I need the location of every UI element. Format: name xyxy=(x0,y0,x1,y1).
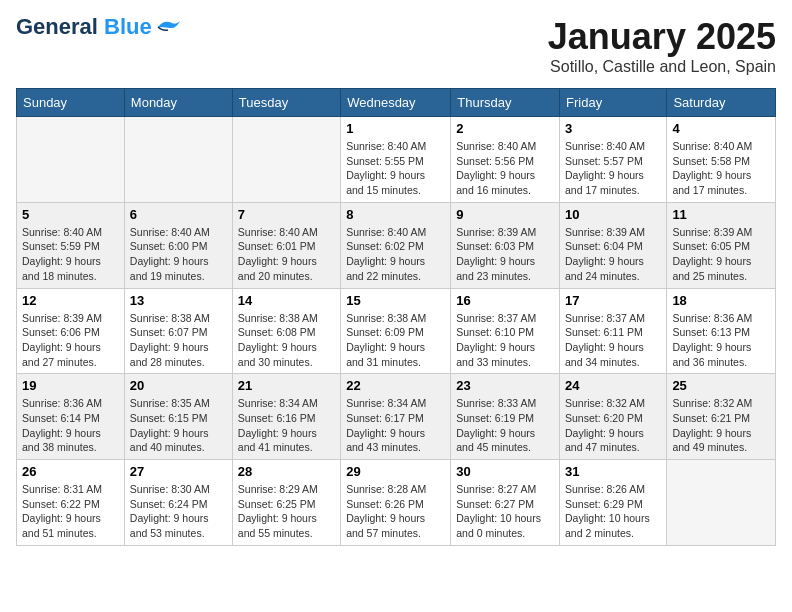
calendar-cell: 19Sunrise: 8:36 AM Sunset: 6:14 PM Dayli… xyxy=(17,374,125,460)
calendar-cell: 10Sunrise: 8:39 AM Sunset: 6:04 PM Dayli… xyxy=(560,202,667,288)
calendar-cell: 16Sunrise: 8:37 AM Sunset: 6:10 PM Dayli… xyxy=(451,288,560,374)
calendar-cell: 6Sunrise: 8:40 AM Sunset: 6:00 PM Daylig… xyxy=(124,202,232,288)
calendar-week-row: 1Sunrise: 8:40 AM Sunset: 5:55 PM Daylig… xyxy=(17,117,776,203)
day-number: 29 xyxy=(346,464,445,479)
weekday-header-row: SundayMondayTuesdayWednesdayThursdayFrid… xyxy=(17,89,776,117)
day-info: Sunrise: 8:34 AM Sunset: 6:17 PM Dayligh… xyxy=(346,396,445,455)
day-number: 12 xyxy=(22,293,119,308)
calendar-cell: 8Sunrise: 8:40 AM Sunset: 6:02 PM Daylig… xyxy=(341,202,451,288)
calendar-cell: 3Sunrise: 8:40 AM Sunset: 5:57 PM Daylig… xyxy=(560,117,667,203)
day-number: 15 xyxy=(346,293,445,308)
day-info: Sunrise: 8:31 AM Sunset: 6:22 PM Dayligh… xyxy=(22,482,119,541)
day-info: Sunrise: 8:37 AM Sunset: 6:10 PM Dayligh… xyxy=(456,311,554,370)
calendar-cell: 7Sunrise: 8:40 AM Sunset: 6:01 PM Daylig… xyxy=(232,202,340,288)
day-info: Sunrise: 8:30 AM Sunset: 6:24 PM Dayligh… xyxy=(130,482,227,541)
logo-general: General Blue xyxy=(16,16,152,38)
weekday-header-wednesday: Wednesday xyxy=(341,89,451,117)
day-info: Sunrise: 8:28 AM Sunset: 6:26 PM Dayligh… xyxy=(346,482,445,541)
day-info: Sunrise: 8:29 AM Sunset: 6:25 PM Dayligh… xyxy=(238,482,335,541)
calendar-week-row: 12Sunrise: 8:39 AM Sunset: 6:06 PM Dayli… xyxy=(17,288,776,374)
day-number: 5 xyxy=(22,207,119,222)
day-number: 23 xyxy=(456,378,554,393)
calendar-cell: 17Sunrise: 8:37 AM Sunset: 6:11 PM Dayli… xyxy=(560,288,667,374)
day-number: 9 xyxy=(456,207,554,222)
day-number: 27 xyxy=(130,464,227,479)
day-number: 28 xyxy=(238,464,335,479)
day-number: 7 xyxy=(238,207,335,222)
calendar-cell xyxy=(124,117,232,203)
day-info: Sunrise: 8:40 AM Sunset: 5:55 PM Dayligh… xyxy=(346,139,445,198)
day-number: 2 xyxy=(456,121,554,136)
day-number: 25 xyxy=(672,378,770,393)
logo: General Blue xyxy=(16,16,182,38)
day-number: 6 xyxy=(130,207,227,222)
day-info: Sunrise: 8:40 AM Sunset: 6:00 PM Dayligh… xyxy=(130,225,227,284)
calendar-cell: 18Sunrise: 8:36 AM Sunset: 6:13 PM Dayli… xyxy=(667,288,776,374)
day-info: Sunrise: 8:38 AM Sunset: 6:07 PM Dayligh… xyxy=(130,311,227,370)
day-number: 11 xyxy=(672,207,770,222)
calendar-cell: 23Sunrise: 8:33 AM Sunset: 6:19 PM Dayli… xyxy=(451,374,560,460)
calendar-cell: 22Sunrise: 8:34 AM Sunset: 6:17 PM Dayli… xyxy=(341,374,451,460)
day-info: Sunrise: 8:37 AM Sunset: 6:11 PM Dayligh… xyxy=(565,311,661,370)
day-number: 1 xyxy=(346,121,445,136)
calendar-cell: 21Sunrise: 8:34 AM Sunset: 6:16 PM Dayli… xyxy=(232,374,340,460)
day-number: 14 xyxy=(238,293,335,308)
month-title: January 2025 xyxy=(548,16,776,58)
day-info: Sunrise: 8:40 AM Sunset: 5:56 PM Dayligh… xyxy=(456,139,554,198)
calendar-cell: 11Sunrise: 8:39 AM Sunset: 6:05 PM Dayli… xyxy=(667,202,776,288)
day-info: Sunrise: 8:40 AM Sunset: 5:58 PM Dayligh… xyxy=(672,139,770,198)
day-info: Sunrise: 8:32 AM Sunset: 6:21 PM Dayligh… xyxy=(672,396,770,455)
day-number: 30 xyxy=(456,464,554,479)
calendar-cell: 4Sunrise: 8:40 AM Sunset: 5:58 PM Daylig… xyxy=(667,117,776,203)
day-number: 4 xyxy=(672,121,770,136)
title-block: January 2025 Sotillo, Castille and Leon,… xyxy=(548,16,776,76)
weekday-header-friday: Friday xyxy=(560,89,667,117)
day-number: 13 xyxy=(130,293,227,308)
calendar-cell: 13Sunrise: 8:38 AM Sunset: 6:07 PM Dayli… xyxy=(124,288,232,374)
calendar-cell: 14Sunrise: 8:38 AM Sunset: 6:08 PM Dayli… xyxy=(232,288,340,374)
day-info: Sunrise: 8:40 AM Sunset: 6:01 PM Dayligh… xyxy=(238,225,335,284)
calendar-cell: 28Sunrise: 8:29 AM Sunset: 6:25 PM Dayli… xyxy=(232,460,340,546)
page-header: General Blue January 2025 Sotillo, Casti… xyxy=(16,16,776,76)
day-info: Sunrise: 8:32 AM Sunset: 6:20 PM Dayligh… xyxy=(565,396,661,455)
calendar-cell: 27Sunrise: 8:30 AM Sunset: 6:24 PM Dayli… xyxy=(124,460,232,546)
day-number: 10 xyxy=(565,207,661,222)
day-info: Sunrise: 8:39 AM Sunset: 6:05 PM Dayligh… xyxy=(672,225,770,284)
calendar-cell: 1Sunrise: 8:40 AM Sunset: 5:55 PM Daylig… xyxy=(341,117,451,203)
day-number: 19 xyxy=(22,378,119,393)
day-number: 16 xyxy=(456,293,554,308)
day-info: Sunrise: 8:26 AM Sunset: 6:29 PM Dayligh… xyxy=(565,482,661,541)
day-number: 21 xyxy=(238,378,335,393)
calendar-cell: 29Sunrise: 8:28 AM Sunset: 6:26 PM Dayli… xyxy=(341,460,451,546)
calendar-cell: 24Sunrise: 8:32 AM Sunset: 6:20 PM Dayli… xyxy=(560,374,667,460)
weekday-header-monday: Monday xyxy=(124,89,232,117)
day-info: Sunrise: 8:38 AM Sunset: 6:08 PM Dayligh… xyxy=(238,311,335,370)
calendar-cell: 26Sunrise: 8:31 AM Sunset: 6:22 PM Dayli… xyxy=(17,460,125,546)
weekday-header-saturday: Saturday xyxy=(667,89,776,117)
calendar-week-row: 26Sunrise: 8:31 AM Sunset: 6:22 PM Dayli… xyxy=(17,460,776,546)
day-info: Sunrise: 8:39 AM Sunset: 6:06 PM Dayligh… xyxy=(22,311,119,370)
day-number: 8 xyxy=(346,207,445,222)
calendar-week-row: 19Sunrise: 8:36 AM Sunset: 6:14 PM Dayli… xyxy=(17,374,776,460)
day-number: 22 xyxy=(346,378,445,393)
calendar-cell: 25Sunrise: 8:32 AM Sunset: 6:21 PM Dayli… xyxy=(667,374,776,460)
day-info: Sunrise: 8:40 AM Sunset: 5:57 PM Dayligh… xyxy=(565,139,661,198)
day-info: Sunrise: 8:40 AM Sunset: 6:02 PM Dayligh… xyxy=(346,225,445,284)
day-info: Sunrise: 8:34 AM Sunset: 6:16 PM Dayligh… xyxy=(238,396,335,455)
day-number: 26 xyxy=(22,464,119,479)
logo-bird-icon xyxy=(154,17,182,37)
calendar-cell: 12Sunrise: 8:39 AM Sunset: 6:06 PM Dayli… xyxy=(17,288,125,374)
day-number: 31 xyxy=(565,464,661,479)
calendar-cell: 15Sunrise: 8:38 AM Sunset: 6:09 PM Dayli… xyxy=(341,288,451,374)
calendar-cell: 20Sunrise: 8:35 AM Sunset: 6:15 PM Dayli… xyxy=(124,374,232,460)
day-info: Sunrise: 8:36 AM Sunset: 6:14 PM Dayligh… xyxy=(22,396,119,455)
calendar-cell: 2Sunrise: 8:40 AM Sunset: 5:56 PM Daylig… xyxy=(451,117,560,203)
day-info: Sunrise: 8:35 AM Sunset: 6:15 PM Dayligh… xyxy=(130,396,227,455)
location-subtitle: Sotillo, Castille and Leon, Spain xyxy=(548,58,776,76)
day-info: Sunrise: 8:39 AM Sunset: 6:04 PM Dayligh… xyxy=(565,225,661,284)
weekday-header-thursday: Thursday xyxy=(451,89,560,117)
day-number: 24 xyxy=(565,378,661,393)
day-number: 17 xyxy=(565,293,661,308)
day-number: 20 xyxy=(130,378,227,393)
day-info: Sunrise: 8:38 AM Sunset: 6:09 PM Dayligh… xyxy=(346,311,445,370)
